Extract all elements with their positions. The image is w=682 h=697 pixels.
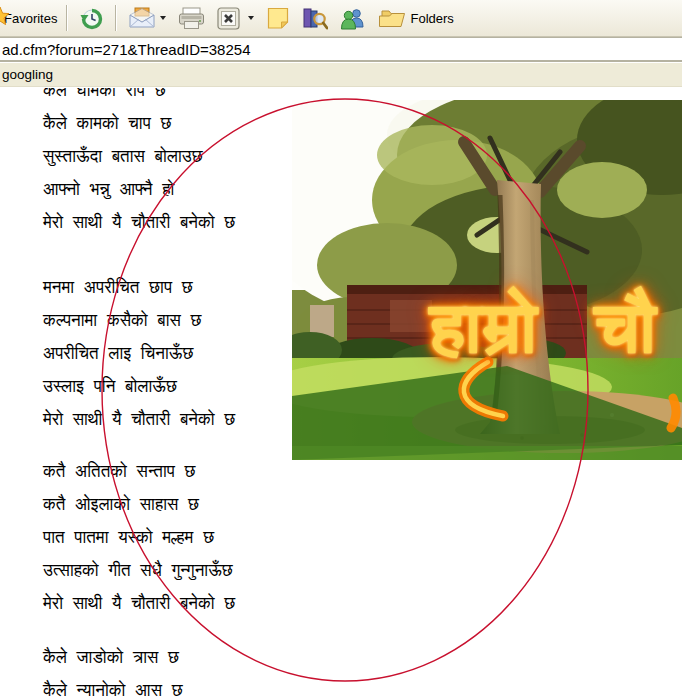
tree-photo: हाम्रो चौ <box>292 100 682 460</box>
excel-edit-icon <box>217 7 240 30</box>
poem-line: कैले जाडोको त्रास छ <box>43 641 682 674</box>
poem-line: कतै ओइलाको साहास छ <box>43 488 682 521</box>
messenger-button[interactable] <box>334 2 372 34</box>
poem-line: पात पातमा यस्को मल्हम छ <box>43 521 682 554</box>
research-button[interactable] <box>296 2 334 34</box>
page-content: कैले घामको राप छ कैले कामको चाप छ सुस्ता… <box>0 88 682 697</box>
history-button[interactable] <box>73 2 110 34</box>
research-icon <box>302 6 328 31</box>
folders-label[interactable]: Folders <box>406 11 457 26</box>
toolbar-separator <box>115 5 117 31</box>
ie-toolbar: Favorites <box>0 0 682 37</box>
poem-stanza: कैले जाडोको त्रास छ कैले न्यानोको आस छ <box>43 641 682 697</box>
photo-overlay-text: हाम्रो चौ <box>430 286 658 370</box>
poem-line: मेरो साथी यै चौतारी बनेको छ <box>43 587 682 620</box>
address-url-text[interactable]: ad.cfm?forum=271&ThreadID=38254 <box>0 41 251 58</box>
history-icon <box>79 6 104 31</box>
poem-line: कैले न्यानोको आस छ <box>43 674 682 697</box>
poem-stanza: कतै अतितको सन्ताप छ कतै ओइलाको साहास छ प… <box>43 455 682 620</box>
poem-line: उत्साहको गीत सधै गुन्गुनाऊँछ <box>43 554 682 587</box>
browser-window: Favorites <box>0 0 682 697</box>
address-bar[interactable]: ad.cfm?forum=271&ThreadID=38254 <box>0 37 682 62</box>
mail-dropdown-arrow[interactable] <box>160 16 166 20</box>
folders-icon <box>378 8 406 29</box>
mail-icon <box>128 7 156 29</box>
print-button[interactable] <box>172 2 211 34</box>
folders-button[interactable]: Folders <box>372 2 463 34</box>
favorites-star-icon[interactable] <box>0 6 10 30</box>
discuss-button[interactable] <box>260 2 296 34</box>
mail-button[interactable] <box>122 2 172 34</box>
note-icon <box>266 6 290 30</box>
google-toolbar: googling <box>0 62 682 87</box>
messenger-icon <box>340 7 366 30</box>
print-icon <box>178 7 205 30</box>
edit-dropdown-arrow[interactable] <box>248 16 254 20</box>
edit-with-excel-button[interactable] <box>211 2 246 34</box>
toolbar-separator <box>66 5 68 31</box>
tree-photo-art <box>292 100 682 460</box>
googling-label[interactable]: googling <box>0 67 53 82</box>
